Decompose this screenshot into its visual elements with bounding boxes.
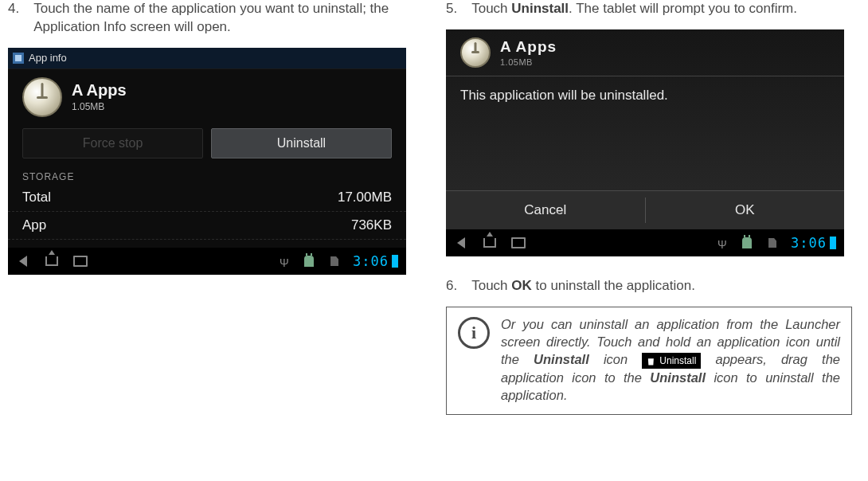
info-callout: i Or you can uninstall an application fr… bbox=[446, 307, 852, 415]
sd-icon bbox=[765, 236, 780, 250]
sd-icon bbox=[327, 254, 342, 268]
step-number: 6. bbox=[446, 277, 457, 295]
app-size: 1.05MB bbox=[72, 101, 127, 112]
uninstall-badge: Uninstall bbox=[642, 353, 701, 369]
home-icon[interactable] bbox=[45, 254, 59, 268]
usb-icon bbox=[276, 254, 291, 268]
step-4: 4. Touch the name of the application you… bbox=[8, 0, 414, 37]
step-text: Touch the name of the application you wa… bbox=[33, 0, 414, 37]
app-size: 1.05MB bbox=[500, 57, 557, 67]
battery-icon bbox=[392, 255, 398, 268]
home-icon[interactable] bbox=[483, 236, 497, 250]
step-text: Touch Uninstall. The tablet will prompt … bbox=[471, 0, 852, 18]
info-text: Or you can uninstall an application from… bbox=[501, 315, 840, 405]
uninstall-button[interactable]: Uninstall bbox=[211, 128, 392, 158]
step-number: 4. bbox=[8, 0, 19, 37]
recent-icon[interactable] bbox=[511, 236, 526, 250]
cancel-button[interactable]: Cancel bbox=[446, 191, 645, 229]
window-titlebar: App info bbox=[8, 48, 406, 69]
android-debug-icon bbox=[740, 236, 754, 250]
window-title: App info bbox=[29, 52, 67, 64]
storage-row-total: Total 17.00MB bbox=[8, 184, 406, 212]
ok-button[interactable]: OK bbox=[646, 191, 845, 229]
clock: 3:06 bbox=[353, 253, 398, 269]
step-6: 6. Touch OK to uninstall the application… bbox=[446, 277, 852, 295]
dialog-header: A Apps 1.05MB bbox=[446, 29, 844, 76]
app-name: A Apps bbox=[500, 38, 557, 56]
system-navbar: 3:06 bbox=[446, 229, 844, 256]
recent-icon[interactable] bbox=[73, 254, 88, 268]
clock: 3:06 bbox=[791, 235, 836, 251]
storage-row-app: App 736KB bbox=[8, 212, 406, 240]
app-header: A Apps 1.05MB bbox=[8, 69, 406, 123]
android-debug-icon bbox=[302, 254, 316, 268]
usb-icon bbox=[714, 236, 729, 250]
system-navbar: 3:06 bbox=[8, 248, 406, 275]
dialog-message: This application will be uninstalled. bbox=[446, 76, 844, 115]
back-icon[interactable] bbox=[16, 254, 30, 268]
dialog-buttons: Cancel OK bbox=[446, 190, 844, 229]
screenshot-confirm-uninstall: A Apps 1.05MB This application will be u… bbox=[446, 29, 844, 256]
app-icon bbox=[22, 77, 62, 117]
back-icon[interactable] bbox=[454, 236, 468, 250]
app-icon bbox=[460, 37, 491, 68]
screenshot-app-info: App info A Apps 1.05MB Force stop Uninst… bbox=[8, 48, 406, 275]
battery-icon bbox=[830, 237, 836, 249]
step-5: 5. Touch Uninstall. The tablet will prom… bbox=[446, 0, 852, 18]
storage-label: STORAGE bbox=[8, 166, 406, 184]
step-number: 5. bbox=[446, 0, 457, 18]
trash-icon bbox=[647, 357, 655, 366]
step-text: Touch OK to uninstall the application. bbox=[471, 277, 852, 295]
settings-icon bbox=[13, 53, 24, 64]
force-stop-button[interactable]: Force stop bbox=[22, 128, 203, 158]
app-name: A Apps bbox=[72, 81, 127, 100]
info-icon: i bbox=[458, 317, 490, 349]
